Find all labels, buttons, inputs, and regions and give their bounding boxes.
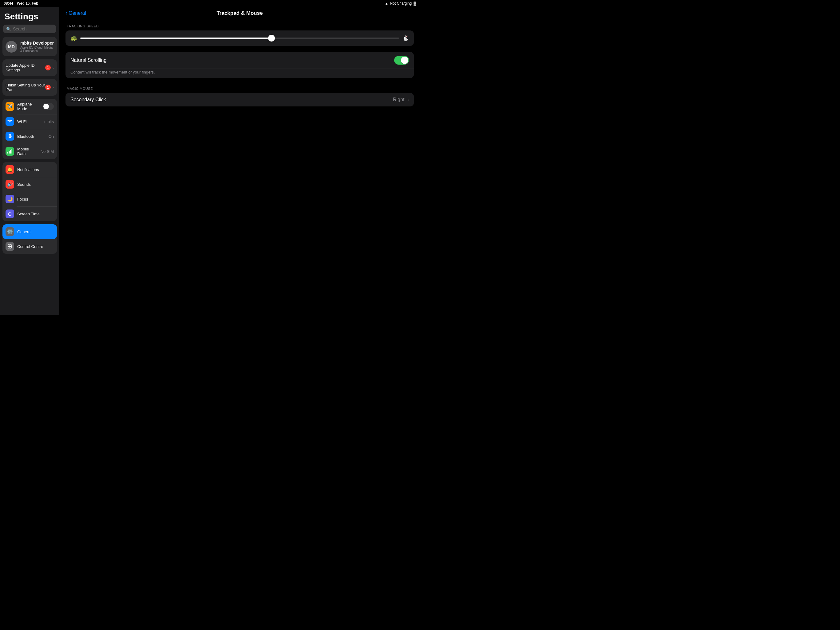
slow-icon: 🐢 [70, 35, 77, 41]
svg-rect-1 [9, 151, 10, 154]
sidebar-item-control-centre[interactable]: Control Centre [2, 239, 57, 254]
secondary-click-chevron-icon: › [407, 97, 409, 102]
connectivity-section: ✈️ Airplane Mode Wi-Fi mbits 𝔹 Blue [2, 99, 57, 159]
natural-scrolling-card: Natural Scrolling Content will track the… [65, 52, 414, 78]
sounds-label: Sounds [17, 182, 54, 187]
svg-rect-2 [10, 150, 11, 154]
secondary-click-value: Right [393, 97, 404, 103]
focus-icon: 🌙 [6, 195, 14, 203]
svg-rect-0 [7, 152, 8, 154]
svg-point-5 [10, 245, 12, 246]
svg-point-7 [10, 246, 12, 248]
natural-scrolling-toggle[interactable] [394, 56, 409, 65]
magic-mouse-card: Secondary Click Right › [65, 93, 414, 106]
general-label: General [17, 230, 54, 234]
time: 08:44 [4, 1, 13, 6]
screen-time-icon: ⏱ [6, 209, 14, 218]
notifications-label: Notifications [17, 167, 54, 172]
airplane-mode-label: Airplane Mode [17, 102, 39, 111]
natural-scrolling-label: Natural Scrolling [70, 57, 391, 63]
sidebar-item-screen-time[interactable]: ⏱ Screen Time [2, 206, 57, 221]
status-right: ▲ Not Charging ▓ [385, 1, 416, 6]
mobile-data-value: No SIM [41, 149, 54, 154]
main-layout: Settings 🔍 MD mbits Developer Apple ID, … [0, 7, 420, 315]
fast-icon: 🐇 [402, 35, 409, 41]
svg-point-6 [8, 246, 10, 248]
general-icon: ⚙️ [6, 227, 14, 236]
sidebar-item-mobile-data[interactable]: Mobile Data No SIM [2, 144, 57, 159]
search-bar[interactable]: 🔍 [3, 25, 56, 33]
notifications-section: 🔔 Notifications 🔊 Sounds 🌙 Focus ⏱ Scree… [2, 162, 57, 221]
bluetooth-label: Bluetooth [17, 134, 46, 139]
svg-point-4 [8, 245, 10, 246]
profile-card[interactable]: MD mbits Developer Apple ID, iCloud, Med… [2, 37, 57, 56]
wifi-label: Wi-Fi [17, 119, 41, 124]
profile-info: mbits Developer Apple ID, iCloud, Media … [20, 41, 54, 52]
search-input[interactable] [13, 27, 53, 32]
setup-badge: 1 [45, 85, 51, 90]
update-appleid-banner[interactable]: Update Apple ID Settings 1 › [2, 59, 57, 76]
sidebar-item-general[interactable]: ⚙️ General [2, 224, 57, 239]
update-appleid-label: Update Apple ID Settings [6, 63, 45, 72]
slider-fill [80, 38, 272, 39]
wifi-icon: ▲ [385, 2, 388, 5]
notifications-icon: 🔔 [6, 165, 14, 174]
natural-scrolling-row: Natural Scrolling [65, 52, 414, 69]
content-area: ‹ General Trackpad & Mouse TRACKING SPEE… [59, 7, 420, 315]
natural-scrolling-knob [401, 57, 408, 64]
control-centre-label: Control Centre [17, 244, 54, 249]
mobile-data-icon [6, 147, 14, 156]
slider-row: 🐢 🐇 [65, 30, 414, 46]
airplane-mode-icon: ✈️ [6, 102, 14, 111]
search-icon: 🔍 [6, 27, 11, 32]
page-title: Trackpad & Mouse [216, 10, 262, 16]
control-centre-icon [6, 242, 14, 251]
update-chevron-icon: › [52, 65, 54, 70]
profile-subtitle: Apple ID, iCloud, Media & Purchases [20, 46, 54, 52]
profile-name: mbits Developer [20, 41, 54, 46]
finish-setup-label: Finish Setting Up Your iPad [6, 83, 45, 92]
wifi-value: mbits [44, 119, 54, 124]
status-bar: 08:44 Wed 16. Feb ▲ Not Charging ▓ [0, 0, 420, 7]
back-button[interactable]: ‹ General [65, 10, 86, 16]
sidebar-item-sounds[interactable]: 🔊 Sounds [2, 177, 57, 192]
airplane-mode-toggle[interactable] [43, 103, 54, 110]
setup-chevron-icon: › [52, 85, 54, 90]
content-body: TRACKING SPEED 🐢 🐇 Natural Scrolling [59, 19, 420, 117]
secondary-click-label: Secondary Click [70, 97, 390, 103]
sidebar-item-airplane-mode[interactable]: ✈️ Airplane Mode [2, 99, 57, 114]
sidebar-item-focus[interactable]: 🌙 Focus [2, 192, 57, 206]
tracking-slider[interactable] [80, 38, 399, 39]
back-label: General [69, 11, 86, 16]
sounds-icon: 🔊 [6, 180, 14, 188]
battery-status: Not Charging [390, 1, 412, 6]
slider-thumb[interactable] [268, 35, 275, 41]
general-section: ⚙️ General Control Centre [2, 224, 57, 254]
screen-time-label: Screen Time [17, 212, 54, 216]
bluetooth-icon: 𝔹 [6, 132, 14, 141]
avatar: MD [6, 41, 17, 52]
finish-setup-banner[interactable]: Finish Setting Up Your iPad 1 › [2, 79, 57, 96]
bluetooth-value: On [49, 134, 54, 139]
natural-scrolling-subtitle: Content will track the movement of your … [65, 69, 414, 78]
status-left: 08:44 Wed 16. Feb [4, 1, 38, 6]
focus-label: Focus [17, 197, 54, 201]
magic-mouse-label: MAGIC MOUSE [65, 84, 414, 90]
secondary-click-row[interactable]: Secondary Click Right › [65, 93, 414, 106]
content-header: ‹ General Trackpad & Mouse [59, 7, 420, 19]
update-badge: 1 [45, 65, 51, 70]
setup-badge-container: 1 › [45, 85, 54, 90]
sidebar-item-notifications[interactable]: 🔔 Notifications [2, 162, 57, 177]
sidebar-item-wifi[interactable]: Wi-Fi mbits [2, 114, 57, 129]
back-chevron-icon: ‹ [65, 10, 67, 16]
sidebar: Settings 🔍 MD mbits Developer Apple ID, … [0, 7, 59, 315]
update-badge-container: 1 › [45, 65, 54, 70]
svg-rect-3 [12, 149, 13, 154]
tracking-speed-card: 🐢 🐇 [65, 30, 414, 46]
tracking-speed-label: TRACKING SPEED [65, 24, 414, 28]
sidebar-item-bluetooth[interactable]: 𝔹 Bluetooth On [2, 129, 57, 144]
date: Wed 16. Feb [17, 1, 38, 6]
mobile-data-label: Mobile Data [17, 147, 38, 156]
wifi-settings-icon [6, 117, 14, 126]
settings-title: Settings [0, 7, 59, 25]
